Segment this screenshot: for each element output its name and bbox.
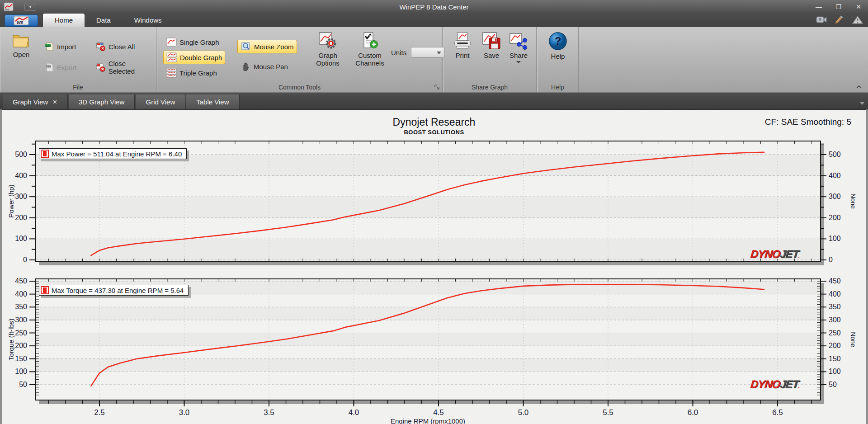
view-tab-label: 3D Graph View: [79, 98, 124, 106]
svg-text:6.5: 6.5: [772, 408, 783, 417]
custom-channels-icon: [360, 32, 379, 50]
svg-text:5.5: 5.5: [603, 408, 613, 417]
ribbon-tab-windows[interactable]: Windows: [123, 14, 174, 27]
mouse-zoom-label: Mouse Zoom: [254, 43, 294, 51]
winpep-logo-icon: W8: [12, 16, 30, 25]
svg-text:400: 400: [829, 290, 841, 298]
svg-text:400: 400: [829, 172, 841, 179]
export-button[interactable]: CSV Export: [42, 61, 79, 74]
ribbon-group-help: ? Help Help: [537, 27, 579, 92]
svg-text:300: 300: [829, 316, 841, 324]
help-group-label: Help: [537, 84, 578, 91]
svg-text:?: ?: [555, 35, 561, 47]
units-value: [411, 48, 414, 55]
svg-text:None: None: [849, 193, 857, 209]
torque-legend-text: Max Torque = 437.30 at Engine RPM = 5.64: [52, 287, 184, 294]
svg-text:400: 400: [15, 172, 27, 179]
share-icon: [509, 32, 528, 50]
svg-text:450: 450: [15, 277, 27, 285]
graph-options-icon: [318, 32, 337, 50]
triple-graph-button[interactable]: Triple Graph: [163, 66, 225, 80]
ribbon-group-file: Open CSV Import CSV: [0, 27, 156, 92]
open-label: Open: [13, 51, 30, 58]
svg-text:100: 100: [829, 367, 841, 375]
mouse-zoom-button[interactable]: Mouse Zoom: [237, 40, 297, 53]
share-button[interactable]: Share: [506, 30, 531, 63]
svg-text:3.0: 3.0: [179, 408, 190, 417]
svg-text:Power (hp): Power (hp): [7, 184, 15, 217]
svg-text:500: 500: [15, 151, 27, 158]
mouse-pan-button[interactable]: Mouse Pan: [237, 60, 297, 73]
save-label: Save: [484, 52, 499, 59]
power-series-key-icon: [41, 150, 49, 158]
svg-text:0: 0: [829, 256, 833, 264]
custom-channels-button[interactable]: Custom Channels: [350, 30, 389, 67]
svg-text:Torque (ft-lbs): Torque (ft-lbs): [7, 319, 15, 361]
ribbon: Open CSV Import CSV: [0, 27, 868, 93]
svg-text:5.0: 5.0: [518, 408, 529, 417]
import-csv-icon: CSV: [44, 42, 54, 52]
save-button[interactable]: Save: [479, 30, 504, 59]
units-dropdown[interactable]: [411, 47, 444, 58]
close-all-icon: [96, 42, 106, 52]
svg-text:None: None: [849, 332, 857, 347]
close-selected-button[interactable]: Close Selected: [93, 61, 156, 74]
export-csv-icon: CSV: [44, 62, 54, 72]
power-legend[interactable]: Max Power = 511.04 at Engine RPM = 6.40: [39, 148, 187, 159]
torque-legend[interactable]: Max Torque = 437.30 at Engine RPM = 5.64: [39, 285, 189, 296]
view-tab-grid-view[interactable]: Grid View: [136, 94, 185, 109]
svg-text:50: 50: [829, 381, 837, 388]
winpep-window: ▾ WinPEP 8 Data Center — ❐ ✕ W8 HomeData…: [0, 0, 868, 424]
triple-graph-icon: [166, 68, 177, 78]
window-title: WinPEP 8 Data Center: [0, 3, 868, 11]
single-graph-icon: [166, 38, 177, 47]
svg-text:W8: W8: [17, 20, 23, 25]
view-tab-3d-graph-view[interactable]: 3D Graph View: [69, 94, 135, 109]
help-button[interactable]: ? Help: [546, 30, 570, 60]
application-button[interactable]: W8: [5, 14, 38, 27]
feedback-icon[interactable]: [834, 15, 845, 25]
svg-text:350: 350: [15, 303, 27, 311]
svg-text:CSV: CSV: [46, 44, 52, 47]
tab-list-dropdown-icon[interactable]: [860, 102, 864, 105]
view-tab-label: Grid View: [146, 98, 175, 106]
view-tab-table-view[interactable]: Table View: [186, 94, 239, 109]
video-icon[interactable]: [816, 15, 827, 25]
view-tab-label: Graph View: [13, 98, 48, 106]
double-graph-label: Double Graph: [180, 54, 222, 61]
minimize-button[interactable]: —: [812, 2, 826, 12]
maximize-button[interactable]: ❐: [832, 2, 845, 12]
tab-close-icon[interactable]: ✕: [52, 99, 57, 105]
warning-icon[interactable]: [852, 15, 863, 25]
print-label: Print: [456, 52, 470, 59]
print-button[interactable]: Print: [449, 30, 476, 59]
svg-text:200: 200: [829, 342, 841, 349]
mouse-pan-label: Mouse Pan: [254, 63, 288, 71]
svg-text:250: 250: [829, 329, 841, 337]
single-graph-label: Single Graph: [179, 38, 219, 46]
help-icon: ?: [548, 32, 567, 51]
svg-text:300: 300: [829, 193, 841, 200]
svg-text:200: 200: [829, 214, 841, 221]
svg-text:100: 100: [15, 235, 27, 242]
view-tab-graph-view[interactable]: Graph View✕: [3, 94, 68, 109]
close-button[interactable]: ✕: [852, 2, 865, 12]
power-legend-text: Max Power = 511.04 at Engine RPM = 6.40: [52, 150, 182, 158]
import-button[interactable]: CSV Import: [42, 40, 79, 53]
ribbon-tab-home[interactable]: Home: [43, 14, 85, 27]
chart-title: Dynojet Research: [2, 116, 866, 128]
share-label: Share: [509, 52, 528, 59]
single-graph-button[interactable]: Single Graph: [163, 35, 225, 49]
import-label: Import: [57, 43, 76, 51]
double-graph-button[interactable]: Double Graph: [163, 51, 225, 64]
graph-options-button[interactable]: Graph Options: [310, 30, 346, 67]
units-dropdown-arrow-icon: [437, 52, 441, 54]
open-button[interactable]: Open: [6, 30, 36, 58]
ribbon-tab-data[interactable]: Data: [85, 14, 123, 27]
svg-text:50: 50: [19, 381, 27, 388]
close-all-button[interactable]: Close All: [93, 40, 156, 53]
ribbon-tab-row: W8 HomeDataWindows: [0, 14, 868, 27]
units-label: Units: [391, 49, 406, 57]
ribbon-collapse-icon[interactable]: [855, 84, 863, 90]
export-label: Export: [57, 64, 76, 71]
